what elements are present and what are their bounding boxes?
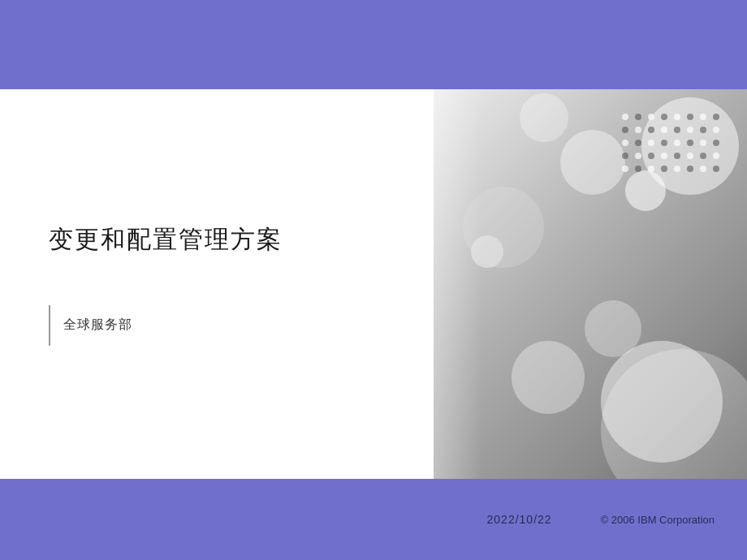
dot	[700, 127, 706, 133]
dot	[635, 140, 641, 146]
dot	[648, 153, 654, 159]
dot	[674, 153, 680, 159]
dot	[674, 114, 680, 120]
main-title: 变更和配置管理方案	[49, 223, 434, 256]
dot	[713, 153, 719, 159]
dot	[674, 127, 680, 133]
dot	[687, 114, 693, 120]
footer-date: 2022/10/22	[487, 513, 552, 526]
content-area: 变更和配置管理方案 全球服务部	[0, 89, 747, 479]
dot	[674, 140, 680, 146]
dot	[648, 166, 654, 172]
top-bar	[0, 0, 747, 89]
left-content: 变更和配置管理方案 全球服务部	[0, 89, 434, 479]
dot	[713, 140, 719, 146]
dot	[700, 153, 706, 159]
divider-section: 全球服务部	[49, 305, 434, 346]
dot	[622, 127, 628, 133]
dot	[661, 166, 667, 172]
dot	[713, 114, 719, 120]
dot	[648, 114, 654, 120]
dot	[700, 140, 706, 146]
dot	[622, 166, 628, 172]
dot	[687, 140, 693, 146]
decorative-circle	[585, 300, 641, 357]
sub-title: 全球服务部	[63, 317, 132, 334]
dot	[622, 153, 628, 159]
decorative-circle	[520, 93, 568, 142]
dot	[648, 127, 654, 133]
dot	[635, 166, 641, 172]
dot	[635, 153, 641, 159]
dot	[661, 153, 667, 159]
dot	[700, 114, 706, 120]
decorative-circle	[512, 341, 585, 414]
dot	[687, 166, 693, 172]
dot	[713, 127, 719, 133]
decorative-circle	[560, 130, 625, 195]
dot	[635, 114, 641, 120]
slide-wrapper: 变更和配置管理方案 全球服务部	[0, 0, 747, 560]
dot	[687, 153, 693, 159]
dot	[661, 114, 667, 120]
dot	[622, 140, 628, 146]
dot	[648, 140, 654, 146]
footer-copyright: © 2006 IBM Corporation	[601, 514, 715, 526]
dot	[661, 127, 667, 133]
dot	[622, 114, 628, 120]
dot	[661, 140, 667, 146]
dot	[687, 127, 693, 133]
decorative-circle	[625, 170, 666, 211]
dot	[674, 166, 680, 172]
ibm-dot-pattern	[622, 114, 723, 175]
dot	[713, 166, 719, 172]
bottom-bar: 2022/10/22 © 2006 IBM Corporation	[0, 479, 747, 560]
vertical-divider	[49, 305, 50, 346]
dot	[635, 127, 641, 133]
dot	[700, 166, 706, 172]
